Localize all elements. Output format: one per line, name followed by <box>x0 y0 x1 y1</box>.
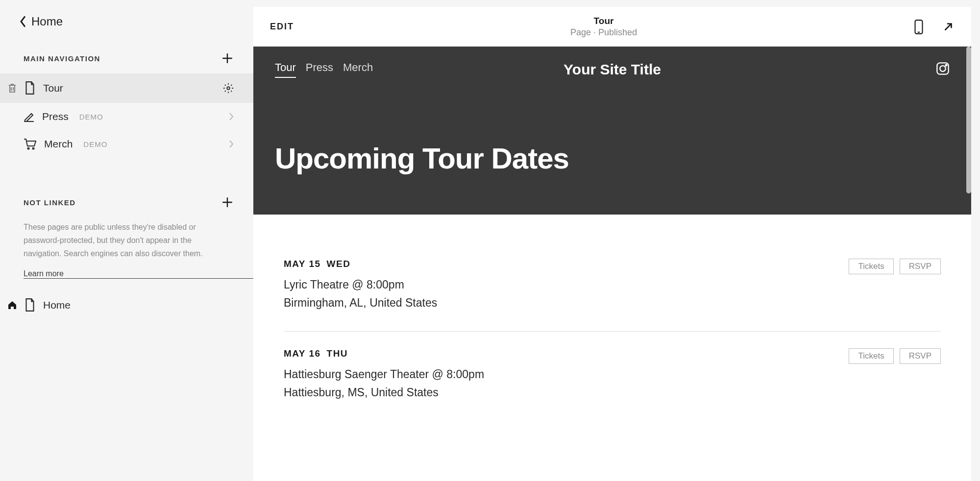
expand-icon[interactable] <box>942 21 955 33</box>
hero-title: Upcoming Tour Dates <box>275 142 950 175</box>
preview-panel: EDIT Tour Page · Published Tour Press Me… <box>253 0 980 481</box>
tour-location: Hattiesburg, MS, United States <box>284 386 484 399</box>
tour-venue: Lyric Theatre @ 8:00pm <box>284 278 437 291</box>
tour-date: MAY 16THU <box>284 348 484 359</box>
sidebar-item-merch[interactable]: Merch DEMO <box>0 130 253 158</box>
page-title: Tour <box>570 16 637 26</box>
learn-more-link[interactable]: Learn more <box>24 269 253 279</box>
svg-point-6 <box>940 66 946 72</box>
add-unlinked-page-icon[interactable] <box>221 196 234 209</box>
sidebar-item-tour[interactable]: Tour <box>0 73 253 103</box>
tour-list: MAY 15WED Lyric Theatre @ 8:00pm Birming… <box>253 215 971 435</box>
demo-badge: DEMO <box>83 140 107 148</box>
back-label: Home <box>31 15 63 28</box>
sidebar-item-label: Tour <box>43 82 63 94</box>
site-header: Tour Press Merch Your Site Title Upcomin… <box>253 47 971 215</box>
sidebar-item-press[interactable]: Press DEMO <box>0 103 253 130</box>
site-nav-tour[interactable]: Tour <box>275 61 296 78</box>
tour-date-day: THU <box>327 348 348 359</box>
add-page-icon[interactable] <box>221 52 234 65</box>
sidebar-item-label: Home <box>43 299 71 311</box>
main-nav-title: MAIN NAVIGATION <box>24 54 100 63</box>
rsvp-button[interactable]: RSVP <box>900 259 941 274</box>
cart-icon <box>24 138 36 150</box>
tickets-button[interactable]: Tickets <box>849 259 893 274</box>
tour-date-day: WED <box>327 259 351 269</box>
page-icon <box>24 298 35 312</box>
chevron-left-icon <box>20 16 26 27</box>
site-title[interactable]: Your Site Title <box>564 61 661 78</box>
not-linked-description: These pages are public unless they're di… <box>0 217 253 266</box>
page-status: Page · Published <box>570 27 637 38</box>
home-icon <box>8 301 17 310</box>
tickets-button[interactable]: Tickets <box>849 348 893 364</box>
sidebar: Home MAIN NAVIGATION Tour Press DEMO Mer… <box>0 0 253 481</box>
tour-location: Birmingham, AL, United States <box>284 296 437 310</box>
sidebar-item-label: Press <box>42 111 69 122</box>
site-nav-merch[interactable]: Merch <box>343 61 373 78</box>
mobile-preview-icon[interactable] <box>913 20 924 34</box>
svg-point-7 <box>946 65 947 66</box>
chevron-right-icon <box>229 113 234 120</box>
svg-point-1 <box>27 147 29 149</box>
sidebar-item-home[interactable]: Home <box>0 290 253 320</box>
tour-date-md: MAY 15 <box>284 259 321 269</box>
tour-venue: Hattiesburg Saenger Theater @ 8:00pm <box>284 368 484 381</box>
demo-badge: DEMO <box>79 113 103 121</box>
edit-button[interactable]: EDIT <box>270 22 294 32</box>
rsvp-button[interactable]: RSVP <box>900 348 941 364</box>
tour-date-md: MAY 16 <box>284 348 321 359</box>
not-linked-title: NOT LINKED <box>24 198 76 207</box>
sidebar-item-label: Merch <box>44 138 73 150</box>
main-nav-header: MAIN NAVIGATION <box>0 43 253 73</box>
svg-point-2 <box>32 147 34 149</box>
gear-icon[interactable] <box>223 83 234 94</box>
scrollbar[interactable] <box>966 47 971 193</box>
instagram-icon[interactable] <box>936 62 950 75</box>
tour-item: MAY 15WED Lyric Theatre @ 8:00pm Birming… <box>284 259 941 332</box>
trash-icon[interactable] <box>8 83 17 93</box>
preview-chrome: EDIT Tour Page · Published <box>253 7 971 47</box>
page-icon <box>24 81 35 95</box>
site-nav-press[interactable]: Press <box>306 61 333 78</box>
chevron-right-icon <box>229 140 234 148</box>
tour-item: MAY 16THU Hattiesburg Saenger Theater @ … <box>284 332 941 421</box>
not-linked-header: NOT LINKED <box>0 187 253 217</box>
back-home-link[interactable]: Home <box>0 0 253 43</box>
tour-date: MAY 15WED <box>284 259 437 269</box>
press-icon <box>24 111 34 122</box>
svg-point-0 <box>227 87 230 90</box>
site-preview: Tour Press Merch Your Site Title Upcomin… <box>253 47 971 481</box>
